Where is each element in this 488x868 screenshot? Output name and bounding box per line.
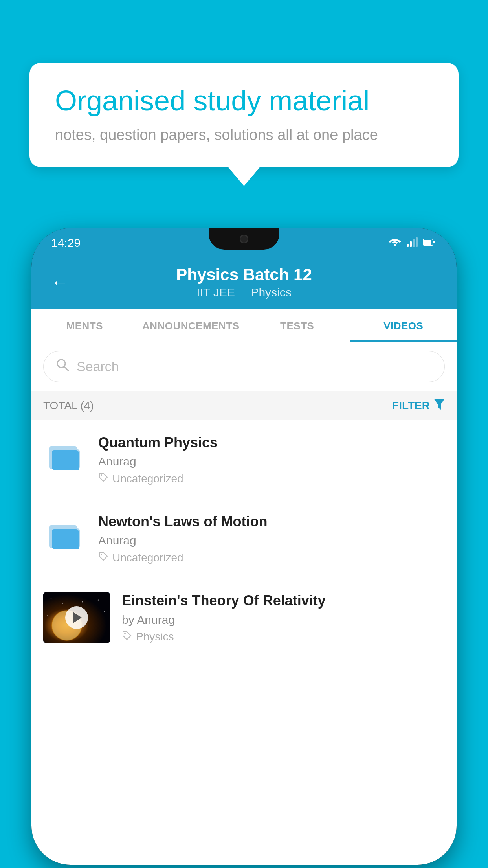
header-center: Physics Batch 12 IIT JEE Physics [80, 265, 408, 299]
svg-rect-6 [424, 240, 431, 245]
folder-icon [47, 518, 83, 552]
app-header: ← Physics Batch 12 IIT JEE Physics [31, 257, 457, 309]
video-thumbnail [43, 592, 110, 643]
filter-button[interactable]: FILTER [392, 399, 445, 412]
filter-icon [434, 399, 445, 412]
search-placeholder: Search [77, 359, 119, 374]
subtitle-physics: Physics [251, 286, 291, 299]
video-list: Quantum Physics Anurag Uncategorized [31, 420, 457, 865]
svg-point-23 [82, 601, 83, 603]
svg-rect-1 [407, 244, 409, 247]
wifi-icon [389, 237, 401, 249]
play-button[interactable] [65, 606, 88, 629]
notch [209, 228, 279, 250]
tab-tests[interactable]: TESTS [244, 309, 350, 342]
tab-videos[interactable]: VIDEOS [350, 309, 457, 342]
tag-label: Physics [136, 631, 174, 643]
play-triangle [73, 612, 82, 623]
svg-rect-7 [433, 241, 435, 243]
tag-icon [98, 472, 108, 485]
svg-point-16 [101, 554, 102, 555]
filter-label: FILTER [392, 399, 430, 412]
tag-icon [98, 551, 108, 564]
signal-icon [407, 237, 418, 248]
video-tag: Physics [122, 631, 445, 644]
speech-bubble: Organised study material notes, question… [29, 63, 459, 167]
subtitle-iitjee: IIT JEE [196, 286, 235, 299]
svg-point-0 [394, 244, 396, 246]
filter-bar: TOTAL (4) FILTER [31, 391, 457, 420]
video-tag: Uncategorized [98, 472, 445, 485]
svg-rect-4 [416, 237, 418, 247]
status-bar: 14:29 [31, 228, 457, 257]
list-item[interactable]: Newton's Laws of Motion Anurag Uncategor… [31, 499, 457, 578]
folder-icon-wrap [43, 434, 86, 477]
svg-point-24 [106, 623, 106, 624]
phone-frame: 14:29 [31, 228, 457, 865]
svg-point-22 [94, 596, 95, 596]
list-item[interactable]: Einstein's Theory Of Relativity by Anura… [31, 578, 457, 657]
tab-ments[interactable]: MENTS [31, 309, 138, 342]
thumbnail-placeholder [43, 592, 110, 643]
bubble-title: Organised study material [55, 85, 433, 117]
folder-icon-wrap [43, 513, 86, 556]
svg-point-21 [104, 611, 105, 612]
svg-point-28 [124, 633, 126, 634]
status-time: 14:29 [51, 236, 81, 250]
tag-label: Uncategorized [112, 473, 183, 485]
list-item[interactable]: Quantum Physics Anurag Uncategorized [31, 420, 457, 499]
video-author: Anurag [98, 455, 445, 468]
svg-point-19 [62, 603, 63, 604]
video-tag: Uncategorized [98, 551, 445, 564]
svg-point-13 [101, 474, 102, 476]
search-container: Search [31, 342, 457, 391]
svg-marker-10 [434, 399, 445, 410]
video-author: by Anurag [122, 613, 445, 627]
tag-icon [122, 631, 132, 644]
svg-point-18 [51, 598, 52, 599]
folder-icon [47, 439, 83, 473]
search-bar[interactable]: Search [43, 351, 445, 382]
back-button[interactable]: ← [51, 272, 68, 292]
video-title: Newton's Laws of Motion [98, 513, 445, 530]
video-info: Einstein's Theory Of Relativity by Anura… [122, 592, 445, 643]
header-title: Physics Batch 12 [80, 265, 408, 284]
camera [240, 235, 248, 243]
tab-announcements[interactable]: ANNOUNCEMENTS [138, 309, 244, 342]
video-author: Anurag [98, 534, 445, 547]
search-icon [55, 358, 70, 375]
total-count: TOTAL (4) [43, 399, 94, 412]
tag-label: Uncategorized [112, 552, 183, 564]
svg-point-25 [47, 615, 48, 616]
svg-rect-3 [413, 239, 415, 247]
video-info: Quantum Physics Anurag Uncategorized [98, 434, 445, 485]
header-subtitle: IIT JEE Physics [80, 286, 408, 299]
battery-icon [423, 238, 435, 248]
svg-line-9 [64, 367, 68, 371]
svg-rect-2 [410, 241, 412, 247]
video-title: Quantum Physics [98, 434, 445, 451]
video-info: Newton's Laws of Motion Anurag Uncategor… [98, 513, 445, 564]
video-title: Einstein's Theory Of Relativity [122, 592, 445, 609]
tab-bar: MENTS ANNOUNCEMENTS TESTS VIDEOS [31, 309, 457, 342]
svg-point-20 [98, 600, 99, 601]
status-icons [389, 237, 435, 249]
bubble-subtitle: notes, question papers, solutions all at… [55, 127, 433, 143]
